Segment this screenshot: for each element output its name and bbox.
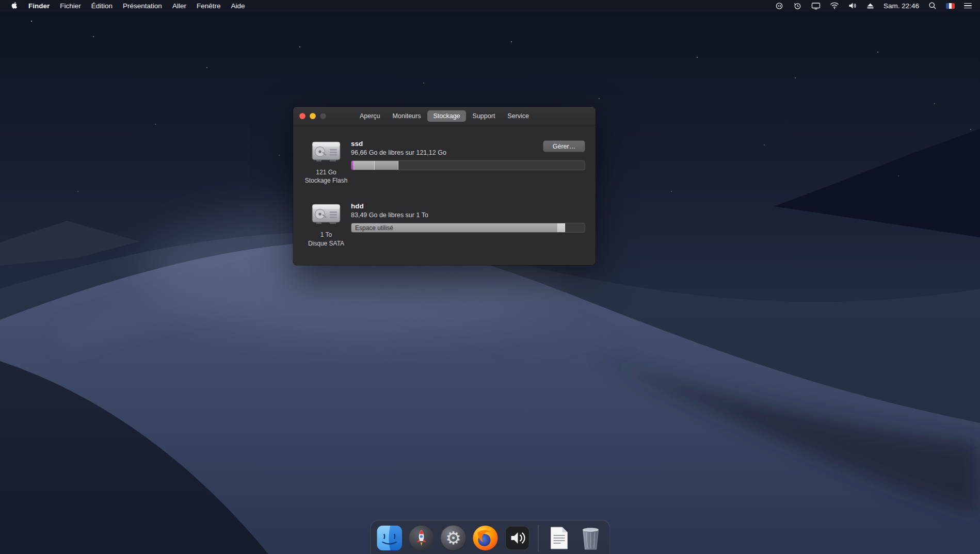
- menu-item-aide[interactable]: Aide: [226, 0, 250, 11]
- audio-device-icon[interactable]: [770, 0, 788, 11]
- dock: ⚙: [370, 520, 610, 554]
- menu-bar: Finder Fichier Édition Présentation Alle…: [0, 0, 980, 11]
- storage-panel: 121 Go Stockage Flash ssd 96,66 Go de li…: [293, 125, 596, 248]
- hdd-capacity-label: 1 To: [308, 231, 344, 239]
- internal-drive-icon: [311, 139, 341, 164]
- mojave-dunes-artwork: [0, 0, 980, 554]
- dock-launchpad-icon[interactable]: [408, 524, 435, 551]
- input-source-french-flag-icon[interactable]: [942, 0, 959, 11]
- dock-document-icon[interactable]: [545, 524, 572, 551]
- window-titlebar[interactable]: Aperçu Moniteurs Stockage Support Servic…: [293, 107, 596, 125]
- time-machine-icon[interactable]: [789, 0, 806, 11]
- menu-item-aller[interactable]: Aller: [167, 0, 191, 11]
- window-controls: [299, 107, 326, 125]
- notification-center-icon[interactable]: [960, 0, 976, 11]
- hdd-free-space-text: 83,49 Go de libres sur 1 To: [351, 211, 585, 219]
- dock-trash-icon[interactable]: [577, 524, 604, 551]
- ssd-usage-segment-documents: [354, 161, 375, 170]
- volume-icon[interactable]: [844, 0, 861, 11]
- about-this-mac-window: Aperçu Moniteurs Stockage Support Servic…: [293, 107, 596, 265]
- menu-bar-status-area: Sam. 22:46: [770, 0, 980, 11]
- stars: [31, 21, 32, 22]
- display-icon[interactable]: [807, 0, 825, 11]
- menu-item-fichier[interactable]: Fichier: [55, 0, 86, 11]
- menu-bar-left: Finder Fichier Édition Présentation Alle…: [0, 0, 250, 11]
- hdd-name: hdd: [351, 202, 585, 210]
- dock-separator: [538, 525, 538, 551]
- hdd-usage-bar: Espace utilisé: [351, 223, 585, 233]
- ssd-kind-label: Stockage Flash: [305, 176, 348, 185]
- apple-menu[interactable]: [5, 0, 23, 11]
- eject-icon[interactable]: [862, 0, 878, 11]
- dock-system-preferences-icon[interactable]: ⚙: [440, 524, 467, 551]
- apple-icon: [10, 1, 18, 11]
- dock-audio-app-icon[interactable]: [504, 524, 531, 551]
- menu-item-edition[interactable]: Édition: [86, 0, 118, 11]
- ssd-usage-bar: [351, 160, 585, 170]
- hdd-usage-segment-other: [558, 223, 565, 232]
- wifi-icon[interactable]: [826, 0, 843, 11]
- ssd-capacity-label: 121 Go: [305, 168, 348, 176]
- close-button[interactable]: [299, 113, 306, 119]
- tab-apercu[interactable]: Aperçu: [354, 110, 386, 122]
- ssd-usage-segment-system: [375, 161, 398, 170]
- internal-drive-icon: [311, 201, 341, 226]
- manage-button[interactable]: Gérer…: [543, 140, 585, 152]
- hdd-kind-label: Disque SATA: [308, 239, 344, 248]
- tab-service[interactable]: Service: [502, 110, 535, 122]
- drive-row-hdd: 1 To Disque SATA hdd 83,49 Go de libres …: [301, 201, 585, 247]
- drive-row-ssd: 121 Go Stockage Flash ssd 96,66 Go de li…: [301, 139, 585, 185]
- menu-item-fenetre[interactable]: Fenêtre: [191, 0, 226, 11]
- dock-firefox-icon[interactable]: [472, 524, 499, 551]
- tab-support[interactable]: Support: [467, 110, 501, 122]
- zoom-button-disabled: [320, 113, 326, 119]
- window-tab-bar: Aperçu Moniteurs Stockage Support Servic…: [354, 110, 535, 122]
- menu-item-presentation[interactable]: Présentation: [118, 0, 167, 11]
- menu-item-finder[interactable]: Finder: [23, 0, 55, 11]
- tab-stockage[interactable]: Stockage: [427, 110, 465, 122]
- menu-bar-clock[interactable]: Sam. 22:46: [879, 2, 923, 10]
- tab-moniteurs[interactable]: Moniteurs: [387, 110, 427, 122]
- desktop-background[interactable]: [0, 0, 980, 554]
- minimize-button[interactable]: [310, 113, 316, 119]
- dock-finder-icon[interactable]: [376, 524, 403, 551]
- hdd-usage-bar-label: Espace utilisé: [355, 223, 393, 232]
- spotlight-search-icon[interactable]: [924, 0, 941, 11]
